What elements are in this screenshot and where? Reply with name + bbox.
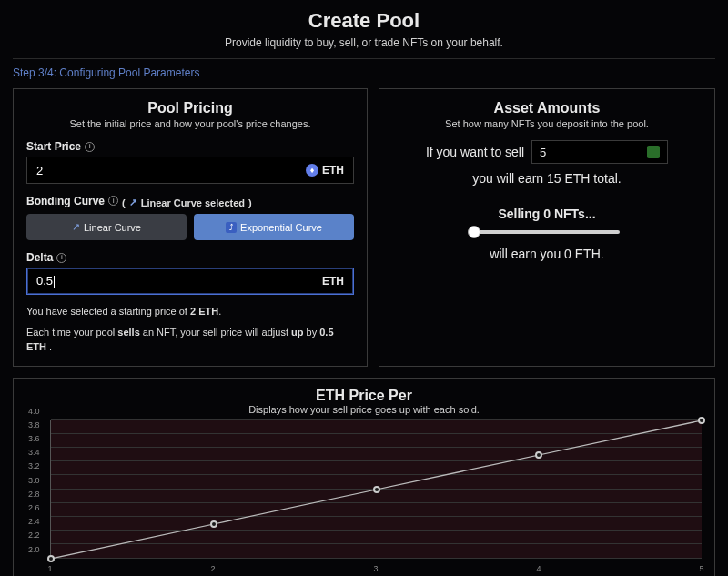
sell-count-value: 5 <box>540 146 546 159</box>
x-tick-label: 2 <box>210 564 215 573</box>
page-subtitle: Provide liquidity to buy, sell, or trade… <box>13 36 715 49</box>
sell-prefix: If you want to sell <box>426 145 524 159</box>
chart-desc: Displays how your sell price goes up wit… <box>26 404 702 415</box>
start-price-unit-text: ETH <box>322 164 344 177</box>
divider <box>410 197 683 197</box>
delta-label-text: Delta <box>26 251 53 264</box>
pricing-desc: Set the initial price and how your pool'… <box>26 118 354 129</box>
y-tick-label: 2.4 <box>28 517 40 526</box>
y-tick-label: 2.2 <box>28 531 40 540</box>
ethereum-icon: ♦ <box>306 164 318 177</box>
chart-point <box>373 486 380 493</box>
bonding-curve-label-text: Bonding Curve <box>26 195 105 207</box>
delta-label: Delta i <box>26 251 354 264</box>
y-tick-label: 3.0 <box>28 476 40 485</box>
start-price-label: Start Price i <box>26 140 354 153</box>
chart-point <box>47 555 55 562</box>
y-tick-label: 2.8 <box>28 490 40 499</box>
start-price-label-text: Start Price <box>26 140 81 153</box>
page-title: Create Pool <box>13 9 715 33</box>
linear-curve-button[interactable]: ↗ Linear Curve <box>26 214 187 240</box>
start-price-value: 2 <box>36 164 306 177</box>
y-tick-label: 2.6 <box>28 503 40 512</box>
bonding-curve-label: Bonding Curve i ( ↗ Linear Curve selecte… <box>26 193 354 208</box>
pricing-note-2: Each time your pool sells an NFT, your s… <box>26 325 354 355</box>
slider-thumb[interactable] <box>468 226 480 238</box>
x-tick-label: 5 <box>699 564 703 573</box>
delta-unit: ETH <box>322 275 344 288</box>
earn-dynamic: will earn you 0 ETH. <box>392 247 702 261</box>
info-icon[interactable]: i <box>56 253 66 263</box>
chart-title: ETH Price Per <box>26 388 702 404</box>
x-tick-label: 4 <box>536 564 541 573</box>
amounts-title: Asset Amounts <box>392 100 702 116</box>
y-tick-label: 3.8 <box>28 420 40 429</box>
x-tick-label: 1 <box>47 564 52 573</box>
earn-total: you will earn 15 ETH total. <box>392 171 702 186</box>
y-tick-label: 4.0 <box>28 407 40 416</box>
price-chart-panel: ETH Price Per Displays how your sell pri… <box>13 378 715 577</box>
nft-icon <box>647 146 660 158</box>
amounts-desc: Set how many NFTs you deposit into the p… <box>392 118 702 129</box>
exponential-icon: ⤴ <box>226 222 237 233</box>
chart-point <box>535 451 542 459</box>
sell-count-slider[interactable] <box>474 230 620 234</box>
price-chart: 2.02.22.42.62.83.03.23.43.63.84.012345 <box>50 420 702 575</box>
pricing-note-1: You have selected a starting price of 2 … <box>26 304 354 319</box>
y-tick-label: 3.4 <box>28 448 40 457</box>
y-tick-label: 3.2 <box>28 461 40 470</box>
chart-point <box>210 520 217 528</box>
arrow-up-right-icon: ↗ <box>129 197 137 208</box>
exponential-curve-label: Exponential Curve <box>240 222 322 233</box>
step-breadcrumb: Step 3/4: Configuring Pool Parameters <box>13 66 715 79</box>
info-icon[interactable]: i <box>85 142 95 152</box>
exponential-curve-button[interactable]: ⤴ Exponential Curve <box>194 214 354 240</box>
chart-point <box>698 417 705 424</box>
delta-input[interactable]: 0.5 ETH <box>26 268 354 295</box>
curve-selected-note: ( ↗ Linear Curve selected) <box>122 197 252 208</box>
start-price-unit: ♦ ETH <box>306 164 344 177</box>
start-price-input[interactable]: 2 ♦ ETH <box>26 157 354 184</box>
x-tick-label: 3 <box>373 564 378 573</box>
info-icon[interactable]: i <box>108 196 118 206</box>
curve-selected-text: Linear Curve selected <box>141 197 245 208</box>
curve-segmented-control: ↗ Linear Curve ⤴ Exponential Curve <box>26 214 354 240</box>
y-tick-label: 3.6 <box>28 434 40 443</box>
divider <box>13 58 715 59</box>
asset-amounts-panel: Asset Amounts Set how many NFTs you depo… <box>379 88 715 367</box>
pool-pricing-panel: Pool Pricing Set the initial price and h… <box>13 88 368 367</box>
selling-dynamic: Selling 0 NFTs... <box>392 207 702 221</box>
sell-count-input[interactable]: 5 <box>531 140 668 164</box>
y-tick-label: 2.0 <box>28 545 40 554</box>
arrow-up-right-icon: ↗ <box>72 221 80 233</box>
linear-curve-label: Linear Curve <box>84 222 141 233</box>
delta-value: 0.5 <box>36 274 322 288</box>
pricing-title: Pool Pricing <box>26 100 354 116</box>
